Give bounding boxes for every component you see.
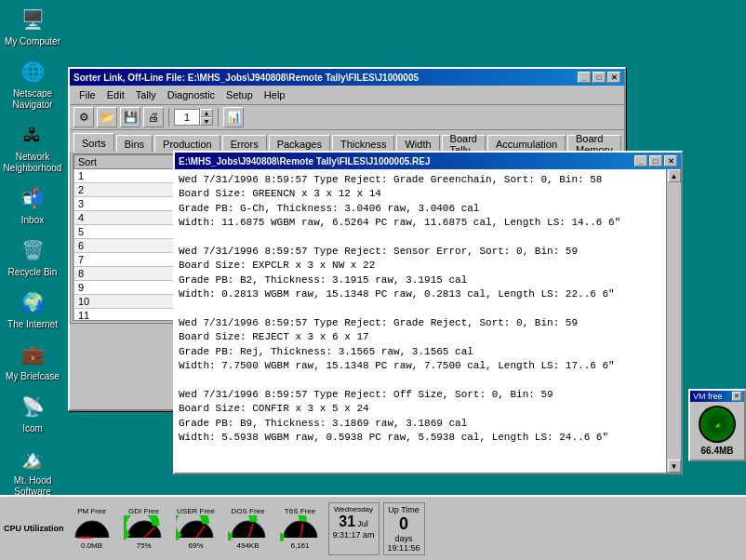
tab-packages[interactable]: Packages — [269, 135, 330, 152]
rej-line — [179, 302, 662, 316]
rej-line: Board Size: GREENCN x 3 x 12 x 14 — [179, 187, 662, 201]
rej-titlebar[interactable]: E:\MHS_Jobs\J940808\Remote Tally\FILES\J… — [175, 153, 681, 169]
uptime-time: 19:11:56 — [388, 543, 420, 553]
rej-line: Width: 11.6875 WGBM raw, 6.5264 PC raw, … — [179, 216, 662, 230]
main-window-titlebar[interactable]: Sorter Link, Off-Line File: E:\MHS_Jobs\… — [70, 69, 624, 86]
rej-line: Grade PB: B9, Thickness: 3.1869 raw, 3.1… — [179, 417, 662, 431]
clock-weekday: Wednesday — [334, 505, 373, 513]
spinner-up[interactable]: ▲ — [200, 109, 213, 117]
rej-line: Grade PB: G-Ch, Thickness: 3.0406 raw, 3… — [179, 202, 662, 216]
rej-maximize[interactable]: □ — [649, 155, 662, 167]
toolbar-btn-3[interactable]: 💾 — [120, 107, 140, 127]
rej-line: Board Size: CONFIR x 3 x 5 x 24 — [179, 402, 662, 416]
gauges-container: PM Free0.0MBGDI Free75%USER Free69%DOS F… — [68, 507, 325, 550]
gauge-user-free: USER Free69% — [172, 507, 220, 550]
recycle-bin-icon[interactable]: 🗑️ Recycle Bin — [5, 235, 60, 278]
rej-minimize[interactable]: _ — [634, 155, 647, 167]
inbox-icon[interactable]: 📬 Inbox — [5, 183, 60, 226]
menu-setup[interactable]: Setup — [220, 87, 259, 102]
rej-line: Wed 7/31/1996 8:59:57 Type Reject: Off S… — [179, 388, 662, 402]
rej-line: Wed 7/31/1996 8:59:57 Type Reject: Senso… — [179, 245, 662, 259]
toolbar-sep-2 — [218, 108, 219, 127]
rej-title: E:\MHS_Jobs\J940808\Remote Tally\FILES\J… — [179, 156, 431, 167]
rej-line: Width: 7.7500 WGBM raw, 15.1348 PC raw, … — [179, 359, 662, 373]
rej-line: Wed 7/31/1996 8:59:57 Type Reject: Grade… — [179, 316, 662, 330]
briefcase-icon[interactable]: 💼 My Briefcase — [5, 340, 60, 382]
desktop-icons: 🖥️ My Computer 🌐 Netscape Navigator 🖧 Ne… — [5, 5, 60, 498]
scrollbar-up[interactable]: ▲ — [668, 169, 681, 182]
minimize-button[interactable]: _ — [578, 72, 591, 83]
menu-file[interactable]: File — [73, 87, 101, 102]
rej-line: Grade PB: B2, Thickness: 3.1915 raw, 3.1… — [179, 273, 662, 287]
close-button[interactable]: ✕ — [607, 72, 620, 83]
spinner-input[interactable]: 1 — [174, 109, 200, 126]
rej-titlebar-buttons: _ □ ✕ — [634, 155, 677, 167]
tab-board-memory[interactable]: Board Memory — [567, 135, 621, 152]
rej-line — [179, 231, 662, 245]
rej-close[interactable]: ✕ — [664, 155, 677, 167]
main-window-title: Sorter Link, Off-Line File: E:\MHS_Jobs\… — [73, 73, 419, 83]
taskbar: CPU Utilization PM Free0.0MBGDI Free75%U… — [0, 495, 746, 560]
uptime-value: 0 — [399, 514, 408, 534]
toolbar-btn-4[interactable]: 🖨 — [143, 107, 164, 127]
uptime-unit: days — [395, 534, 413, 543]
tab-width[interactable]: Width — [396, 135, 439, 152]
tab-bins[interactable]: Bins — [116, 135, 153, 152]
scrollbar-down[interactable]: ▼ — [668, 460, 681, 473]
desktop: 🖥️ My Computer 🌐 Netscape Navigator 🖧 Ne… — [0, 0, 746, 560]
tab-errors[interactable]: Errors — [222, 135, 267, 152]
maximize-button[interactable]: □ — [593, 72, 606, 83]
netscape-label: Netscape Navigator — [5, 88, 60, 111]
vm-gauge: ◢ — [699, 406, 736, 443]
rej-content[interactable]: Wed 7/31/1996 8:59:57 Type Reject: Grade… — [175, 169, 666, 458]
rej-line: Width: 5.5938 WGBM raw, 0.5938 PC raw, 5… — [179, 431, 662, 445]
menubar: File Edit Tally Diagnostic Setup Help — [70, 86, 624, 105]
recycle-bin-label: Recycle Bin — [8, 267, 58, 278]
clock-month: Jul — [357, 519, 368, 528]
toolbar-btn-2[interactable]: 📂 — [97, 107, 117, 127]
menu-tally[interactable]: Tally — [130, 87, 162, 102]
briefcase-label: My Briefcase — [6, 371, 60, 382]
rej-line — [179, 445, 662, 458]
icom-label: Icom — [22, 423, 43, 434]
menu-diagnostic[interactable]: Diagnostic — [162, 87, 220, 102]
spinner-down[interactable]: ▼ — [200, 117, 213, 126]
internet-icon[interactable]: 🌍 The Internet — [5, 287, 60, 330]
tab-accumulation[interactable]: Accumulation — [487, 135, 566, 152]
rej-line: Grade PB: Rej, Thickness: 3.1565 raw, 3.… — [179, 345, 662, 359]
uptime-label: Up Time — [388, 505, 420, 514]
gauge-gdi-free: GDI Free75% — [120, 507, 168, 550]
tab-production[interactable]: Production — [154, 135, 220, 152]
rej-line — [179, 373, 662, 387]
menu-help[interactable]: Help — [259, 87, 291, 102]
gauge-pm-free: PM Free0.0MB — [68, 507, 116, 550]
my-computer-label: My Computer — [5, 36, 60, 47]
netscape-icon[interactable]: 🌐 Netscape Navigator — [5, 57, 60, 111]
menu-edit[interactable]: Edit — [101, 87, 130, 102]
clock-day: 31 — [339, 513, 355, 530]
toolbar-btn-1[interactable]: ⚙ — [73, 107, 94, 127]
uptime-box: Up Time 0 days 19:11:56 — [383, 502, 425, 555]
rej-line: Board Size: EXPCLR x 3 x NW x 22 — [179, 259, 662, 273]
rej-line: Board Size: REJECT x 3 x 6 x 17 — [179, 330, 662, 344]
rej-line: Wed 7/31/1996 8:59:57 Type Reject: Grade… — [179, 173, 662, 187]
vm-close[interactable]: ✕ — [732, 392, 741, 401]
gauge-t6s-free: T6S Free6,161 — [276, 507, 325, 550]
my-computer-icon[interactable]: 🖥️ My Computer — [5, 5, 60, 47]
rej-line: Width: 0.2813 WGBM raw, 15.1348 PC raw, … — [179, 287, 662, 301]
icom-icon[interactable]: 📡 Icom — [5, 392, 60, 434]
tab-board-tally[interactable]: Board Tally — [442, 135, 486, 152]
rej-window: E:\MHS_Jobs\J940808\Remote Tally\FILES\J… — [173, 151, 683, 474]
vm-free-panel: VM free ✕ ◢ 66.4MB — [688, 389, 746, 461]
tab-thickness[interactable]: Thickness — [332, 135, 395, 152]
clock-time: 9:31:17 am — [333, 530, 375, 540]
tab-sorts[interactable]: Sorts — [73, 133, 114, 152]
tabs: Sorts Bins Production Errors Packages Th… — [70, 130, 624, 152]
titlebar-buttons: _ □ ✕ — [578, 72, 620, 83]
network-icon[interactable]: 🖧 Network Neighborhood — [5, 120, 60, 174]
toolbar-btn-5[interactable]: 📊 — [223, 107, 244, 127]
network-label: Network Neighborhood — [4, 152, 62, 174]
mt-hood-icon[interactable]: 🏔️ Mt. Hood Software — [5, 444, 60, 498]
inbox-label: Inbox — [21, 215, 44, 226]
vm-titlebar[interactable]: VM free ✕ — [690, 391, 744, 402]
